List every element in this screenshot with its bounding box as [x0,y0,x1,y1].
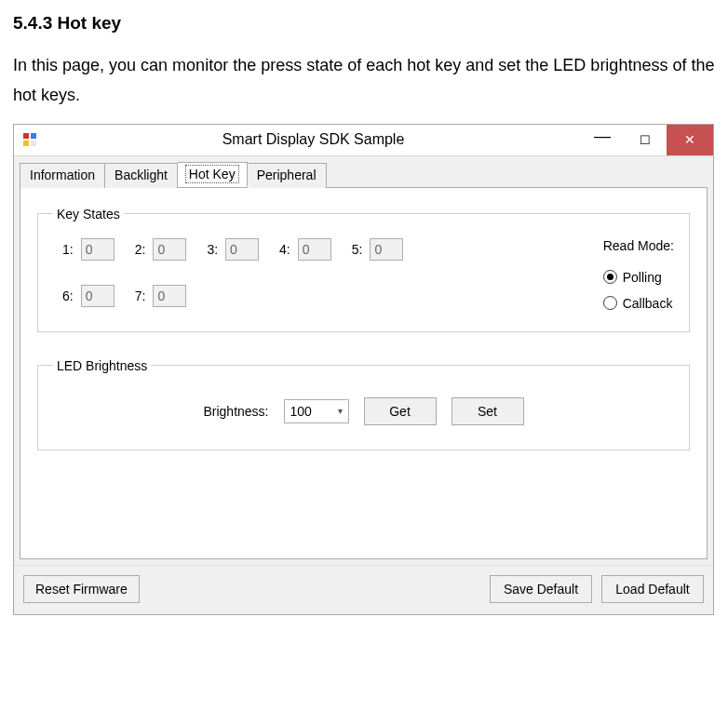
svg-rect-2 [23,141,29,146]
key-6-input [81,285,115,307]
tab-bar: Information Backlight Hot Key Peripheral [14,156,713,187]
close-icon: ✕ [684,132,695,147]
chevron-down-icon: ▾ [338,406,343,416]
tab-information[interactable]: Information [20,163,105,188]
tab-panel-hot-key: Key States 1: 2: 3: [20,187,708,559]
read-mode-callback[interactable]: Callback [603,296,674,311]
get-button[interactable]: Get [364,397,437,425]
section-intro: In this page, you can monitor the press … [13,50,715,111]
key-2: 2: [135,238,187,261]
minimize-button[interactable]: — [581,125,624,155]
window-title: Smart Display SDK Sample [46,125,581,155]
load-default-button[interactable]: Load Default [601,575,704,603]
minimize-icon: — [594,127,611,146]
radio-icon [603,270,617,284]
section-heading: 5.4.3 Hot key [13,13,715,34]
maximize-button[interactable]: ☐ [624,125,667,155]
app-icon [14,125,46,155]
tab-peripheral[interactable]: Peripheral [248,163,327,188]
svg-rect-3 [31,141,36,146]
key-7: 7: [135,285,187,307]
key-7-input [153,285,186,307]
read-mode-group: Read Mode: Polling Callback [585,238,674,311]
brightness-label: Brightness: [203,404,268,419]
key-6: 6: [62,285,115,307]
radio-icon [603,296,617,310]
titlebar: Smart Display SDK Sample — ☐ ✕ [14,125,713,156]
bottom-bar: Reset Firmware Save Default Load Default [14,565,713,614]
read-mode-polling[interactable]: Polling [603,270,674,285]
key-5-input [370,238,403,261]
led-brightness-legend: LED Brightness [53,358,151,373]
tab-backlight[interactable]: Backlight [105,163,178,188]
key-states-group: Key States 1: 2: 3: [37,207,690,332]
key-states-grid: 1: 2: 3: 4: [53,238,555,307]
window-controls: — ☐ ✕ [581,125,713,155]
close-button[interactable]: ✕ [667,125,713,155]
tab-hot-key[interactable]: Hot Key [178,162,248,187]
reset-firmware-button[interactable]: Reset Firmware [23,575,140,603]
key-3-input [225,238,259,261]
key-4-input [298,238,331,261]
save-default-button[interactable]: Save Default [490,575,592,603]
key-2-input [153,238,186,261]
set-button[interactable]: Set [452,397,524,425]
brightness-select[interactable]: 100 ▾ [284,399,349,423]
key-4: 4: [279,238,331,261]
read-mode-label: Read Mode: [603,238,674,253]
led-brightness-group: LED Brightness Brightness: 100 ▾ Get Set [37,358,690,450]
svg-rect-1 [31,133,36,139]
key-5: 5: [352,238,404,261]
key-states-legend: Key States [53,207,124,221]
key-3: 3: [207,238,259,261]
key-1: 1: [62,238,115,261]
app-window: Smart Display SDK Sample — ☐ ✕ Informati… [13,124,714,615]
maximize-icon: ☐ [640,133,651,147]
svg-rect-0 [23,133,29,139]
brightness-value: 100 [290,404,332,419]
key-1-input [81,238,115,261]
